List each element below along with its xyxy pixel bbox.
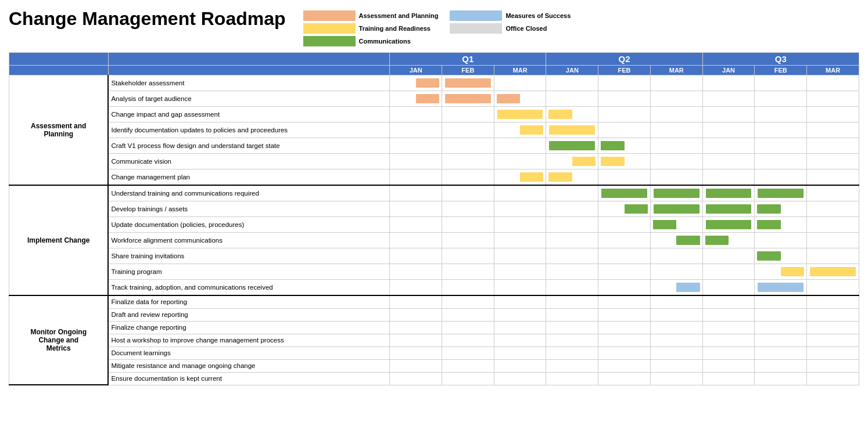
table-row: Training program bbox=[9, 264, 859, 280]
header-q2: Q2 bbox=[546, 53, 702, 66]
cell-r11-q2jan bbox=[546, 233, 598, 248]
table-row: Ensure documentation is kept current bbox=[9, 372, 859, 385]
cell-r8-q1feb bbox=[442, 185, 494, 201]
cell-r11-q2feb bbox=[598, 233, 651, 248]
task-mitigate-resistance: Mitigate resistance and manage ongoing c… bbox=[108, 359, 389, 372]
header-group-empty2 bbox=[9, 66, 109, 75]
cell-r14-q3jan bbox=[702, 280, 755, 296]
cell-r10-q2jan bbox=[546, 217, 598, 233]
legend-swatch-office-closed bbox=[450, 23, 502, 34]
cell-r1-q1feb bbox=[442, 75, 494, 91]
task-craft-v1: Craft V1 process flow design and underst… bbox=[108, 138, 389, 154]
cell-r2-q1jan bbox=[390, 91, 442, 107]
cell-r8-q2feb bbox=[598, 185, 651, 201]
cell-r3-q2jan bbox=[546, 107, 598, 122]
table-row: Communicate vision bbox=[9, 154, 859, 169]
cell-r5-q2jan bbox=[546, 138, 598, 154]
cell-r13-q1mar bbox=[494, 264, 546, 280]
header-q2-feb: FEB bbox=[598, 66, 651, 75]
cell-r13-q1feb bbox=[442, 264, 494, 280]
legend-label-communications: Communications bbox=[359, 38, 411, 45]
cell-r12-q1feb bbox=[442, 248, 494, 264]
cell-r15-q3jan bbox=[702, 295, 755, 308]
table-row: Monitor Ongoing Change and Metrics Final… bbox=[9, 295, 859, 308]
cell-r10-q3feb bbox=[755, 217, 807, 233]
header-q3-feb: FEB bbox=[755, 66, 807, 75]
cell-r6-q1feb bbox=[442, 154, 494, 169]
cell-r8-q1jan bbox=[390, 185, 442, 201]
task-stakeholder-assessment: Stakeholder assessment bbox=[108, 75, 389, 91]
cell-r13-q3feb bbox=[755, 264, 807, 280]
table-row: Change management plan bbox=[9, 169, 859, 186]
cell-r7-q3feb bbox=[755, 169, 807, 186]
cell-r13-q3mar bbox=[807, 264, 859, 280]
cell-r5-q1jan bbox=[390, 138, 442, 154]
cell-r15-q3mar bbox=[807, 295, 859, 308]
cell-r3-q2feb bbox=[598, 107, 651, 122]
task-communicate-vision: Communicate vision bbox=[108, 154, 389, 169]
cell-r5-q3feb bbox=[755, 138, 807, 154]
legend-label-training: Training and Readiness bbox=[359, 25, 431, 32]
cell-r8-q3jan bbox=[702, 185, 755, 201]
group-implement: Implement Change bbox=[9, 185, 109, 295]
cell-r10-q2mar bbox=[650, 217, 702, 233]
cell-r3-q3mar bbox=[807, 107, 859, 122]
cell-r12-q3mar bbox=[807, 248, 859, 264]
header-q1: Q1 bbox=[390, 53, 546, 66]
task-update-docs: Update documentation (policies, procedur… bbox=[108, 217, 389, 233]
legend-swatch-communications bbox=[303, 36, 356, 46]
table-row: Share training invitations bbox=[9, 248, 859, 264]
cell-r2-q2feb bbox=[598, 91, 651, 107]
cell-r14-q1jan bbox=[390, 280, 442, 296]
legend-swatch-assessment bbox=[303, 10, 356, 21]
table-row: Analysis of target audience bbox=[9, 91, 859, 107]
cell-r1-q2mar bbox=[650, 75, 702, 91]
cell-r7-q3jan bbox=[702, 169, 755, 186]
task-change-mgmt-plan: Change management plan bbox=[108, 169, 389, 186]
cell-r9-q2mar bbox=[650, 201, 702, 217]
group-assessment: Assessment and Planning bbox=[9, 75, 109, 186]
cell-r13-q2mar bbox=[650, 264, 702, 280]
cell-r6-q1jan bbox=[390, 154, 442, 169]
cell-r1-q3mar bbox=[807, 75, 859, 91]
cell-r3-q1jan bbox=[390, 107, 442, 122]
cell-r6-q2jan bbox=[546, 154, 598, 169]
legend-label-assessment: Assessment and Planning bbox=[359, 12, 439, 19]
cell-r13-q2feb bbox=[598, 264, 651, 280]
header-q3-mar: MAR bbox=[807, 66, 859, 75]
header-group-empty bbox=[9, 53, 109, 66]
cell-r4-q2mar bbox=[650, 122, 702, 138]
table-row: Craft V1 process flow design and underst… bbox=[9, 138, 859, 154]
gantt-table: Q1 Q2 Q3 JAN FEB MAR JAN FEB MAR JAN FEB… bbox=[9, 52, 859, 385]
cell-r3-q2mar bbox=[650, 107, 702, 122]
cell-r15-q1feb bbox=[442, 295, 494, 308]
cell-r7-q1mar bbox=[494, 169, 546, 186]
cell-r2-q2jan bbox=[546, 91, 598, 107]
cell-r9-q3jan bbox=[702, 201, 755, 217]
cell-r11-q3feb bbox=[755, 233, 807, 248]
cell-r10-q3jan bbox=[702, 217, 755, 233]
cell-r6-q2feb bbox=[598, 154, 651, 169]
cell-r11-q3mar bbox=[807, 233, 859, 248]
cell-r12-q2mar bbox=[650, 248, 702, 264]
task-analysis-target: Analysis of target audience bbox=[108, 91, 389, 107]
cell-r2-q3mar bbox=[807, 91, 859, 107]
table-row: Implement Change Understand training and… bbox=[9, 185, 859, 201]
legend-item-office-closed: Office Closed bbox=[450, 23, 571, 34]
task-ensure-docs: Ensure documentation is kept current bbox=[108, 372, 389, 385]
header-q3-jan: JAN bbox=[702, 66, 755, 75]
cell-r12-q2feb bbox=[598, 248, 651, 264]
cell-r2-q1mar bbox=[494, 91, 546, 107]
table-row: Host a workshop to improve change manage… bbox=[9, 334, 859, 347]
legend: Assessment and Planning Measures of Succ… bbox=[303, 10, 571, 46]
cell-r1-q1mar bbox=[494, 75, 546, 91]
cell-r10-q3mar bbox=[807, 217, 859, 233]
table-row: Identify documentation updates to polici… bbox=[9, 122, 859, 138]
cell-r10-q1mar bbox=[494, 217, 546, 233]
table-row: Develop trainings / assets bbox=[9, 201, 859, 217]
cell-r12-q3feb bbox=[755, 248, 807, 264]
cell-r4-q1mar bbox=[494, 122, 546, 138]
cell-r6-q3feb bbox=[755, 154, 807, 169]
table-row: Update documentation (policies, procedur… bbox=[9, 217, 859, 233]
cell-r14-q1feb bbox=[442, 280, 494, 296]
